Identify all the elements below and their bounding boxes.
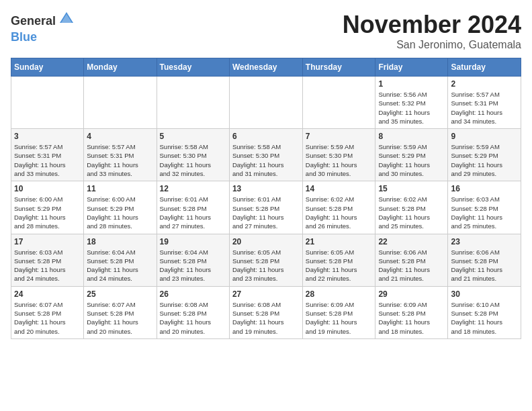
calendar-body: 1Sunrise: 5:56 AM Sunset: 5:32 PM Daylig…: [11, 77, 521, 339]
calendar-week-3: 10Sunrise: 6:00 AM Sunset: 5:29 PM Dayli…: [11, 181, 521, 234]
calendar-week-5: 24Sunrise: 6:07 AM Sunset: 5:28 PM Dayli…: [11, 286, 521, 338]
day-number: 6: [232, 132, 300, 141]
day-info: Sunrise: 6:06 AM Sunset: 5:28 PM Dayligh…: [451, 248, 518, 283]
calendar-cell: 19Sunrise: 6:04 AM Sunset: 5:28 PM Dayli…: [157, 234, 229, 286]
calendar-cell: 20Sunrise: 6:05 AM Sunset: 5:28 PM Dayli…: [229, 234, 302, 286]
weekday-header-tuesday: Tuesday: [157, 58, 229, 77]
day-number: 7: [306, 132, 373, 141]
calendar-cell: [84, 77, 157, 129]
calendar-header-row: SundayMondayTuesdayWednesdayThursdayFrid…: [11, 58, 521, 77]
day-info: Sunrise: 5:56 AM Sunset: 5:32 PM Dayligh…: [378, 90, 445, 126]
day-number: 22: [378, 237, 445, 246]
day-number: 4: [87, 132, 153, 141]
calendar-cell: 11Sunrise: 6:00 AM Sunset: 5:29 PM Dayli…: [84, 181, 157, 234]
day-number: 15: [378, 184, 445, 193]
day-number: 5: [160, 132, 226, 141]
day-info: Sunrise: 6:04 AM Sunset: 5:28 PM Dayligh…: [160, 248, 226, 283]
month-title: November 2024: [343, 11, 521, 39]
day-number: 21: [306, 237, 373, 246]
calendar-cell: 24Sunrise: 6:07 AM Sunset: 5:28 PM Dayli…: [11, 286, 84, 338]
day-info: Sunrise: 6:07 AM Sunset: 5:28 PM Dayligh…: [14, 300, 81, 336]
day-info: Sunrise: 6:05 AM Sunset: 5:28 PM Dayligh…: [306, 248, 373, 283]
day-info: Sunrise: 5:57 AM Sunset: 5:31 PM Dayligh…: [451, 90, 518, 126]
calendar-cell: 27Sunrise: 6:08 AM Sunset: 5:28 PM Dayli…: [229, 286, 302, 338]
day-number: 20: [232, 237, 300, 246]
day-number: 29: [378, 289, 445, 299]
calendar-cell: 4Sunrise: 5:57 AM Sunset: 5:31 PM Daylig…: [84, 129, 157, 181]
day-number: 27: [232, 289, 300, 299]
calendar-cell: 13Sunrise: 6:01 AM Sunset: 5:28 PM Dayli…: [229, 181, 302, 234]
weekday-header-monday: Monday: [84, 58, 157, 77]
logo-general-text: General: [11, 15, 56, 27]
day-number: 2: [451, 79, 518, 89]
calendar-cell: 23Sunrise: 6:06 AM Sunset: 5:28 PM Dayli…: [448, 234, 521, 286]
day-number: 8: [378, 132, 445, 141]
logo-icon: [58, 11, 75, 31]
weekday-header-wednesday: Wednesday: [229, 58, 302, 77]
calendar-cell: 14Sunrise: 6:02 AM Sunset: 5:28 PM Dayli…: [302, 181, 375, 234]
day-number: 1: [378, 79, 445, 89]
day-info: Sunrise: 6:05 AM Sunset: 5:28 PM Dayligh…: [232, 248, 300, 283]
day-info: Sunrise: 6:03 AM Sunset: 5:28 PM Dayligh…: [14, 248, 81, 283]
day-info: Sunrise: 6:02 AM Sunset: 5:28 PM Dayligh…: [306, 195, 373, 230]
calendar-cell: 5Sunrise: 5:58 AM Sunset: 5:30 PM Daylig…: [157, 129, 229, 181]
day-info: Sunrise: 5:59 AM Sunset: 5:29 PM Dayligh…: [451, 142, 518, 178]
calendar-cell: 26Sunrise: 6:08 AM Sunset: 5:28 PM Dayli…: [157, 286, 229, 338]
calendar-cell: 6Sunrise: 5:58 AM Sunset: 5:30 PM Daylig…: [229, 129, 302, 181]
day-info: Sunrise: 6:02 AM Sunset: 5:28 PM Dayligh…: [378, 195, 445, 230]
day-info: Sunrise: 5:59 AM Sunset: 5:30 PM Dayligh…: [306, 142, 373, 178]
day-number: 25: [87, 289, 153, 299]
weekday-header-saturday: Saturday: [448, 58, 521, 77]
day-number: 9: [451, 132, 518, 141]
weekday-header-thursday: Thursday: [302, 58, 375, 77]
weekday-header-friday: Friday: [375, 58, 448, 77]
page-header: General Blue November 2024 San Jeronimo,…: [11, 11, 521, 51]
day-info: Sunrise: 6:00 AM Sunset: 5:29 PM Dayligh…: [14, 195, 81, 230]
day-info: Sunrise: 5:59 AM Sunset: 5:29 PM Dayligh…: [378, 142, 445, 178]
calendar-cell: 17Sunrise: 6:03 AM Sunset: 5:28 PM Dayli…: [11, 234, 84, 286]
day-number: 28: [306, 289, 373, 299]
day-number: 11: [87, 184, 153, 193]
calendar-cell: [11, 77, 84, 129]
day-number: 16: [451, 184, 518, 193]
day-info: Sunrise: 6:10 AM Sunset: 5:28 PM Dayligh…: [451, 300, 518, 336]
day-info: Sunrise: 6:06 AM Sunset: 5:28 PM Dayligh…: [378, 248, 445, 283]
day-number: 23: [451, 237, 518, 246]
calendar-week-2: 3Sunrise: 5:57 AM Sunset: 5:31 PM Daylig…: [11, 129, 521, 181]
calendar-cell: 12Sunrise: 6:01 AM Sunset: 5:28 PM Dayli…: [157, 181, 229, 234]
calendar-cell: 7Sunrise: 5:59 AM Sunset: 5:30 PM Daylig…: [302, 129, 375, 181]
calendar-cell: 28Sunrise: 6:09 AM Sunset: 5:28 PM Dayli…: [302, 286, 375, 338]
calendar-week-4: 17Sunrise: 6:03 AM Sunset: 5:28 PM Dayli…: [11, 234, 521, 286]
day-info: Sunrise: 5:57 AM Sunset: 5:31 PM Dayligh…: [14, 142, 81, 178]
day-info: Sunrise: 6:09 AM Sunset: 5:28 PM Dayligh…: [306, 300, 373, 336]
weekday-header-sunday: Sunday: [11, 58, 84, 77]
day-number: 10: [14, 184, 81, 193]
day-info: Sunrise: 6:07 AM Sunset: 5:28 PM Dayligh…: [87, 300, 153, 336]
calendar-cell: [157, 77, 229, 129]
day-info: Sunrise: 6:01 AM Sunset: 5:28 PM Dayligh…: [160, 195, 226, 230]
calendar-cell: 8Sunrise: 5:59 AM Sunset: 5:29 PM Daylig…: [375, 129, 448, 181]
day-number: 30: [451, 289, 518, 299]
day-info: Sunrise: 5:58 AM Sunset: 5:30 PM Dayligh…: [232, 142, 300, 178]
calendar-cell: 18Sunrise: 6:04 AM Sunset: 5:28 PM Dayli…: [84, 234, 157, 286]
day-number: 14: [306, 184, 373, 193]
calendar-cell: 3Sunrise: 5:57 AM Sunset: 5:31 PM Daylig…: [11, 129, 84, 181]
calendar-cell: 21Sunrise: 6:05 AM Sunset: 5:28 PM Dayli…: [302, 234, 375, 286]
logo: General Blue: [11, 11, 75, 43]
calendar-cell: [302, 77, 375, 129]
day-info: Sunrise: 5:57 AM Sunset: 5:31 PM Dayligh…: [87, 142, 153, 178]
day-info: Sunrise: 6:00 AM Sunset: 5:29 PM Dayligh…: [87, 195, 153, 230]
day-number: 17: [14, 237, 81, 246]
calendar-cell: 30Sunrise: 6:10 AM Sunset: 5:28 PM Dayli…: [448, 286, 521, 338]
day-number: 18: [87, 237, 153, 246]
title-area: November 2024 San Jeronimo, Guatemala: [343, 11, 521, 51]
calendar-week-1: 1Sunrise: 5:56 AM Sunset: 5:32 PM Daylig…: [11, 77, 521, 129]
day-number: 19: [160, 237, 226, 246]
calendar-cell: 15Sunrise: 6:02 AM Sunset: 5:28 PM Dayli…: [375, 181, 448, 234]
calendar-cell: [229, 77, 302, 129]
calendar-table: SundayMondayTuesdayWednesdayThursdayFrid…: [11, 58, 521, 339]
day-number: 24: [14, 289, 81, 299]
day-number: 13: [232, 184, 300, 193]
calendar-cell: 16Sunrise: 6:03 AM Sunset: 5:28 PM Dayli…: [448, 181, 521, 234]
location: San Jeronimo, Guatemala: [343, 39, 521, 51]
